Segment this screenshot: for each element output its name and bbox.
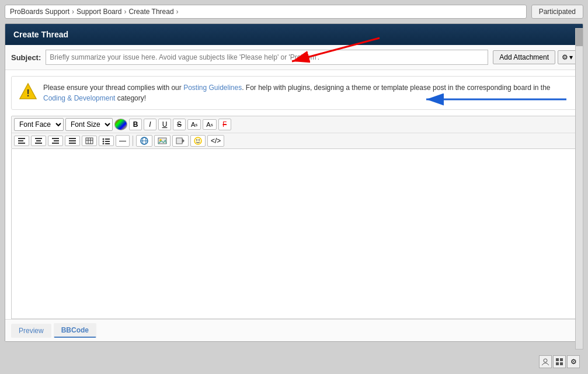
breadcrumb: ProBoards Support › Support Board › Crea…	[5, 5, 527, 19]
bbcode-tab[interactable]: BBCode	[54, 323, 96, 338]
breadcrumb-sep-2: ›	[124, 8, 126, 16]
align-right-button[interactable]	[48, 136, 63, 146]
breadcrumb-bar: ProBoards Support › Support Board › Crea…	[5, 5, 583, 19]
user-icon	[541, 358, 549, 366]
hr-button[interactable]: —	[116, 135, 130, 147]
svg-point-18	[103, 138, 105, 140]
bottom-icon-grid-button[interactable]	[553, 355, 566, 368]
breadcrumb-item-proboards[interactable]: ProBoards Support	[10, 8, 69, 16]
coding-dev-link[interactable]: Coding & Development	[43, 94, 115, 102]
image-icon	[158, 137, 167, 145]
notice-text: Please ensure your thread complies with …	[43, 82, 569, 103]
main-panel: Create Thread Subject: Add Attachment ⚙ …	[5, 23, 583, 342]
grid-icon	[555, 358, 563, 366]
notice-box: ! Please ensure your thread complies wit…	[11, 76, 577, 110]
gear-icon: ⚙	[562, 53, 568, 61]
toolbar-row-2: —	[12, 133, 576, 148]
svg-point-20	[103, 143, 105, 145]
toolbar-row-1: Font Face Font Size B I U S As As	[12, 116, 576, 133]
video-icon	[176, 137, 185, 145]
notice-text-middle: . For help with plugins, designing a the…	[242, 84, 550, 92]
svg-rect-38	[560, 362, 563, 365]
svg-point-33	[199, 140, 200, 141]
align-left-icon	[18, 137, 26, 144]
settings-icon: ⚙	[570, 358, 577, 366]
bottom-right-icons: ⚙	[539, 355, 580, 368]
preview-tab[interactable]: Preview	[11, 324, 51, 338]
table-icon	[85, 137, 93, 144]
font-color-button[interactable]: F	[218, 119, 231, 130]
svg-rect-29	[176, 138, 182, 144]
notice-text-before: Please ensure your thread complies with …	[43, 84, 183, 92]
editor-area	[11, 149, 577, 319]
breadcrumb-item-support-board[interactable]: Support Board	[76, 8, 121, 16]
bottom-icon-user-button[interactable]	[539, 355, 552, 368]
subject-input[interactable]	[46, 50, 488, 65]
participated-button[interactable]: Participated	[531, 5, 583, 19]
scrollbar-thumb[interactable]	[576, 29, 583, 46]
svg-rect-37	[556, 362, 559, 365]
notice-text-after: category!	[115, 94, 146, 102]
gear-settings-button[interactable]: ⚙ ▾	[558, 50, 577, 64]
underline-button[interactable]: U	[158, 119, 171, 130]
svg-marker-30	[182, 138, 185, 143]
list-button[interactable]	[99, 136, 114, 146]
align-right-icon	[51, 137, 60, 144]
image-button[interactable]	[154, 135, 171, 147]
svg-point-32	[196, 140, 197, 141]
hyperlink-button[interactable]	[136, 135, 152, 147]
color-picker-button[interactable]	[114, 119, 127, 130]
panel-title: Create Thread	[13, 30, 68, 39]
bold-button[interactable]: B	[129, 119, 142, 130]
add-attachment-button[interactable]: Add Attachment	[493, 50, 555, 64]
editor-toolbar: Font Face Font Size B I U S As As	[11, 116, 577, 149]
breadcrumb-sep-3: ›	[176, 8, 179, 16]
strikethrough-button[interactable]: S	[173, 119, 186, 130]
svg-rect-35	[556, 358, 559, 361]
warning-icon: !	[19, 82, 37, 101]
editor-content[interactable]	[12, 149, 576, 318]
svg-rect-36	[560, 358, 563, 361]
posting-guidelines-link[interactable]: Posting Guidelines	[183, 84, 242, 92]
breadcrumb-item-create-thread: Create Thread	[128, 8, 173, 16]
bottom-icon-settings-button[interactable]: ⚙	[567, 355, 580, 368]
svg-point-19	[103, 141, 105, 143]
table-button[interactable]	[82, 136, 97, 146]
font-face-select[interactable]: Font Face	[14, 118, 64, 131]
italic-button[interactable]: I	[144, 119, 156, 130]
align-left-button[interactable]	[14, 136, 29, 146]
smiley-button[interactable]	[190, 135, 206, 147]
svg-rect-14	[86, 138, 93, 144]
toolbar-separator-1	[133, 136, 133, 146]
align-center-button[interactable]	[31, 136, 46, 146]
subject-row: Subject: Add Attachment ⚙ ▾	[5, 45, 583, 70]
svg-text:!: !	[26, 88, 30, 99]
subscript-button[interactable]: As	[203, 119, 216, 130]
link-icon	[140, 137, 149, 145]
smiley-icon	[194, 137, 202, 145]
panel-header: Create Thread	[5, 24, 583, 45]
font-size-select[interactable]: Font Size	[65, 118, 113, 131]
align-center-icon	[34, 137, 43, 144]
gear-dropdown-arrow: ▾	[569, 53, 573, 61]
code-button[interactable]: </>	[207, 135, 224, 147]
svg-point-34	[544, 359, 547, 362]
subject-label: Subject:	[11, 53, 41, 62]
bottom-tabs: Preview BBCode	[5, 319, 583, 341]
video-button[interactable]	[172, 135, 189, 147]
svg-point-31	[194, 137, 201, 144]
justify-icon	[68, 137, 76, 144]
superscript-button[interactable]: As	[187, 119, 201, 130]
breadcrumb-sep-1: ›	[72, 8, 74, 16]
justify-button[interactable]	[65, 136, 80, 146]
list-icon	[102, 137, 110, 144]
scrollbar-track[interactable]	[575, 28, 583, 349]
